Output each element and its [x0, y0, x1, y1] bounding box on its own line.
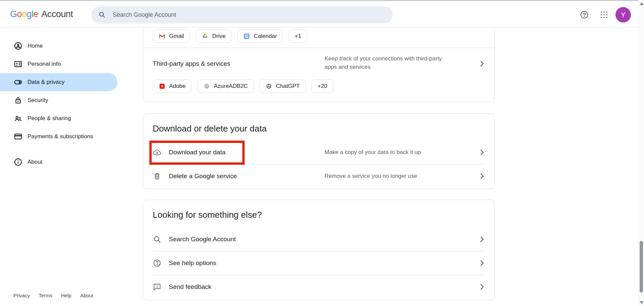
app-chip-more[interactable]: +1 [289, 30, 307, 43]
adobe-icon [159, 83, 165, 90]
people-icon [14, 114, 22, 123]
chevron-right-icon [478, 172, 486, 181]
chip-label: AzureADB2C [214, 83, 248, 90]
send-feedback-row[interactable]: Send feedback [143, 275, 494, 299]
sidebar-item-label: Data & privacy [28, 79, 65, 86]
sidebar-item-label: Personal info [28, 61, 61, 67]
row-label: Search Google Account [169, 236, 236, 243]
card-title: Looking for something else? [143, 200, 494, 220]
sidebar-item-label: Payments & subscriptions [28, 133, 93, 140]
feedback-icon [153, 283, 161, 291]
chip-label: Drive [212, 33, 226, 40]
chip-label: ChatGPT [276, 83, 300, 90]
help-icon[interactable] [580, 10, 589, 19]
google-app-chips: Gmail Drive 31 Calendar +1 [143, 28, 494, 48]
chip-label: Calendar [254, 33, 277, 40]
sidebar-item-about[interactable]: About [0, 153, 117, 171]
sidebar-item-payments[interactable]: Payments & subscriptions [0, 128, 117, 146]
chip-label: Adobe [169, 83, 186, 90]
sidebar-item-label: Home [28, 43, 43, 49]
card-title: Download or delete your data [143, 114, 494, 134]
chevron-right-icon [478, 59, 486, 68]
third-party-service-chips: Adobe AzureADB2C ChatGPT +20 [143, 80, 494, 102]
row-description: Remove a service you no longer use [325, 173, 417, 180]
cloud-download-icon [153, 148, 161, 157]
service-chip-azureadb2c[interactable]: AzureADB2C [197, 80, 254, 93]
card-something-else: Looking for something else? Search Googl… [143, 200, 495, 300]
logo-letter: e [34, 9, 39, 19]
chevron-right-icon [478, 235, 486, 244]
row-label: Send feedback [169, 283, 211, 291]
account-search-bar[interactable] [91, 6, 393, 23]
logo-letter: o [17, 9, 22, 19]
service-chip-chatgpt[interactable]: ChatGPT [259, 80, 306, 93]
footer-link-privacy[interactable]: Privacy [13, 293, 30, 298]
credit-card-icon [14, 132, 22, 141]
footer-links: Privacy Terms Help About [13, 293, 93, 298]
avatar[interactable]: Y [615, 7, 631, 22]
card-rows: Search Google Account See help options [143, 227, 494, 299]
calendar-icon: 31 [243, 33, 250, 40]
scrollbar-track [638, 0, 644, 306]
trash-icon [153, 172, 161, 181]
azure-adb2c-icon [203, 83, 210, 90]
info-icon [14, 158, 22, 166]
gmail-icon [159, 33, 165, 40]
search-icon [98, 11, 106, 19]
service-chip-adobe[interactable]: Adobe [153, 80, 192, 93]
sidebar-item-security[interactable]: Security [0, 91, 117, 109]
google-account-logo[interactable]: Google Account [10, 1, 73, 28]
row-label: Download your data [169, 149, 226, 156]
chevron-right-icon [478, 283, 486, 291]
chatgpt-icon [265, 83, 272, 90]
drive-icon [202, 33, 208, 40]
service-chip-more[interactable]: +20 [311, 80, 333, 93]
sidebar-item-personal-info[interactable]: Personal info [0, 55, 117, 73]
scrollbar-up-arrow[interactable] [640, 2, 644, 5]
app-chip-gmail[interactable]: Gmail [153, 30, 190, 43]
footer-link-terms[interactable]: Terms [39, 293, 52, 298]
row-label: Delete a Google service [169, 172, 237, 180]
see-help-options-row[interactable]: See help options [143, 251, 494, 275]
sidebar-item-label: Security [28, 97, 48, 104]
app-header: Google Account Y [0, 1, 638, 28]
account-circle-icon [14, 42, 22, 50]
toggle-icon [14, 78, 22, 87]
search-input[interactable] [113, 11, 368, 18]
sidebar-item-home[interactable]: Home [0, 37, 117, 55]
help-icon [153, 259, 161, 267]
main-content: Gmail Drive 31 Calendar +1 Third-party a… [143, 28, 495, 300]
sidebar-item-people-sharing[interactable]: People & sharing [0, 109, 117, 128]
scrollbar-thumb[interactable] [640, 241, 643, 293]
download-your-data-row[interactable]: Download your data Make a copy of your d… [143, 141, 494, 164]
delete-google-service-row[interactable]: Delete a Google service Remove a service… [143, 164, 494, 188]
chevron-right-icon [478, 148, 486, 157]
card-rows: Download your data Make a copy of your d… [143, 141, 494, 188]
row-label: See help options [169, 259, 216, 267]
chip-label: +20 [317, 83, 327, 90]
sidebar-item-data-privacy[interactable]: Data & privacy [0, 73, 117, 91]
contact-card-icon [14, 60, 22, 68]
avatar-letter: Y [621, 11, 626, 19]
logo-product-name: Account [41, 9, 73, 19]
search-icon [153, 235, 161, 244]
app-chip-drive[interactable]: Drive [196, 30, 232, 43]
scrollbar-down-arrow[interactable] [640, 301, 644, 304]
card-download-delete: Download or delete your data Download yo… [143, 113, 495, 189]
row-description: Make a copy of your data to back it up [325, 149, 421, 156]
app-chip-calendar[interactable]: 31 Calendar [237, 30, 283, 43]
footer-link-help[interactable]: Help [61, 293, 71, 298]
chevron-right-icon [478, 259, 486, 267]
sidebar-spacer [0, 28, 117, 37]
search-google-account-row[interactable]: Search Google Account [143, 227, 494, 251]
chip-label: Gmail [169, 33, 184, 40]
footer-link-about[interactable]: About [80, 293, 93, 298]
apps-grid-icon[interactable] [599, 10, 609, 19]
sidebar-item-label: About [28, 159, 42, 165]
third-party-apps-row[interactable]: Third-party apps & services Keep track o… [143, 48, 494, 80]
logo-letter: G [10, 9, 17, 19]
sidebar-item-label: People & sharing [28, 115, 71, 122]
lock-icon [14, 96, 22, 105]
chip-label: +1 [295, 33, 301, 40]
sidebar: Home Personal info Data & privacy Securi… [0, 28, 117, 171]
